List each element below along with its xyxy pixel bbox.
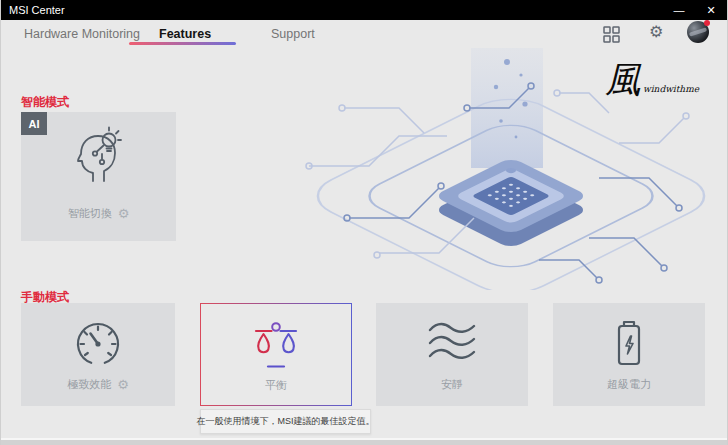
super-battery-card-label-row: 超級電力 xyxy=(553,377,705,392)
watermark-glyph: 風 xyxy=(605,59,641,100)
smart-card-label: 智能切換 xyxy=(68,206,112,221)
battery-bolt-icon xyxy=(612,319,646,369)
window-bottom-edge xyxy=(1,438,727,445)
apps-grid-icon[interactable] xyxy=(603,26,620,43)
window-title: MSI Center xyxy=(9,4,65,16)
mode-card-silent[interactable]: 安靜 xyxy=(376,303,528,406)
performance-card-label: 極致效能 xyxy=(67,377,111,392)
super-battery-card-label: 超級電力 xyxy=(607,377,651,392)
gauge-icon xyxy=(73,319,123,369)
title-bar: MSI Center — ✕ xyxy=(1,0,727,20)
silent-card-label: 安靜 xyxy=(441,377,463,392)
msi-center-window: { "window": { "title": "MSI Center" }, "… xyxy=(0,0,728,445)
watermark: 風 windwithme xyxy=(605,60,725,112)
minimize-button[interactable]: — xyxy=(663,0,695,20)
mode-card-super-battery[interactable]: 超級電力 xyxy=(553,303,705,406)
waves-icon xyxy=(426,319,478,367)
silent-card-label-row: 安靜 xyxy=(376,377,528,392)
balanced-card-label: 平衡 xyxy=(265,378,287,393)
performance-card-gear-icon[interactable]: ⚙ xyxy=(117,378,129,391)
head-lightbulb-icon xyxy=(69,126,129,186)
watermark-text: windwithme xyxy=(643,84,699,94)
mode-card-extreme-performance[interactable]: 極致效能 ⚙ xyxy=(21,303,175,406)
ai-badge: AI xyxy=(21,112,47,135)
smart-mode-section-title: 智能模式 xyxy=(21,94,69,111)
settings-gear-icon[interactable]: ⚙ xyxy=(649,22,663,42)
window-controls: — ✕ xyxy=(663,0,727,20)
active-tab-underline xyxy=(129,42,236,45)
smart-card-label-row: 智能切換 ⚙ xyxy=(21,206,176,221)
close-button[interactable]: ✕ xyxy=(695,0,727,20)
balanced-mode-tooltip: 在一般使用情境下，MSI建議的最佳設定值。 xyxy=(200,409,371,434)
user-avatar[interactable] xyxy=(687,21,709,43)
smart-switch-card[interactable]: AI 智能切換 ⚙ xyxy=(21,112,176,241)
tab-hardware-monitoring[interactable]: Hardware Monitoring xyxy=(24,27,140,41)
balanced-card-label-row: 平衡 xyxy=(201,378,351,393)
mode-card-balanced[interactable]: 平衡 xyxy=(200,303,352,406)
balance-scale-icon xyxy=(253,320,299,372)
tab-support[interactable]: Support xyxy=(271,27,315,41)
header-nav: Hardware Monitoring Features Support ⚙ xyxy=(1,20,727,56)
performance-card-label-row: 極致效能 ⚙ xyxy=(21,377,175,392)
tab-features[interactable]: Features xyxy=(159,27,211,41)
smart-card-gear-icon[interactable]: ⚙ xyxy=(118,207,130,220)
